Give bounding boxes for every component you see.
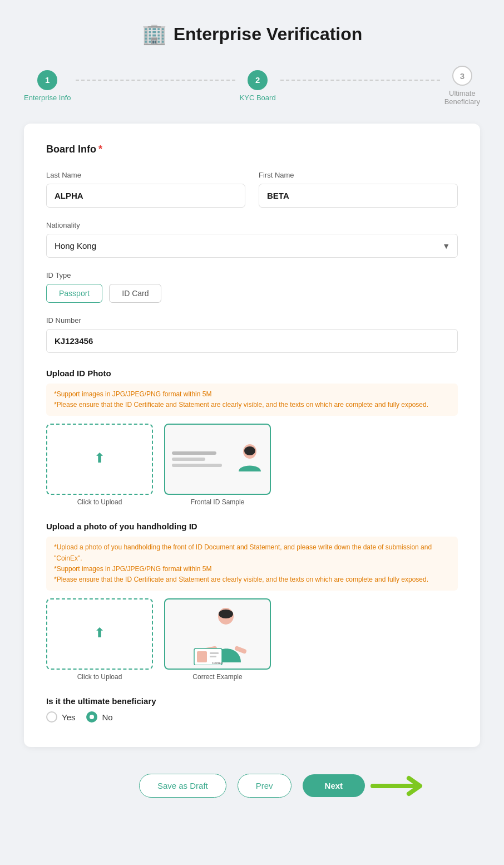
step-circle-1: 1	[37, 70, 57, 90]
beneficiary-no[interactable]: No	[86, 711, 112, 723]
no-radio-circle[interactable]	[86, 711, 97, 723]
holding-id-sample: CoinEx 2020/02/02	[164, 598, 271, 670]
upload-icon: ⬆	[94, 450, 105, 466]
step-label-1: Enterprise Info	[24, 94, 71, 102]
last-name-group: Last Name	[46, 171, 245, 208]
id-type-label: ID Type	[46, 271, 458, 279]
no-label: No	[102, 712, 112, 722]
footer-buttons: Save as Draft Prev Next	[139, 774, 365, 809]
upload-id-notice-line2: *Please ensure that the ID Certificate a…	[54, 400, 450, 410]
first-name-input[interactable]	[259, 184, 458, 208]
id-card-button[interactable]: ID Card	[109, 284, 161, 303]
page-header: 🏢 Enterprise Verification	[142, 22, 363, 46]
id-line-3	[172, 464, 222, 467]
upload-id-title: Upload ID Photo	[46, 368, 458, 378]
nationality-select[interactable]: Hong Kong China United States	[46, 234, 458, 258]
click-to-upload-holding-label: Click to Upload	[46, 673, 153, 681]
upload-holding-section: Upload a photo of you handholding ID *Up…	[46, 522, 458, 681]
save-draft-button[interactable]: Save as Draft	[139, 774, 226, 798]
nationality-select-wrapper: Hong Kong China United States ▼	[46, 234, 458, 258]
holding-sample-wrapper: CoinEx 2020/02/02 Correct Example	[164, 598, 271, 681]
step-line-1	[76, 80, 235, 81]
id-line-1	[172, 451, 216, 455]
first-name-label: First Name	[259, 171, 458, 179]
passport-button[interactable]: Passport	[46, 284, 102, 303]
name-row: Last Name First Name	[46, 171, 458, 208]
last-name-label: Last Name	[46, 171, 245, 179]
upload-holding-notice: *Upload a photo of you handholding the f…	[46, 537, 458, 591]
last-name-input[interactable]	[46, 184, 245, 208]
stepper: 1 Enterprise Info 2 KYC Board 3 Ultimate…	[24, 66, 480, 106]
main-card: Board Info* Last Name First Name Nationa…	[24, 124, 480, 747]
frontal-avatar	[236, 443, 263, 476]
svg-text:CoinEx: CoinEx	[212, 661, 223, 665]
beneficiary-section: Is it the ultimate beneficiary Yes No	[46, 696, 458, 723]
holding-sample-illustration: CoinEx 2020/02/02	[165, 599, 270, 669]
id-lines	[172, 431, 222, 487]
svg-rect-5	[197, 651, 207, 662]
step-label-2: KYC Board	[240, 94, 276, 102]
upload-holding-notice-3: *Please ensure that the ID Certificate a…	[54, 574, 450, 585]
beneficiary-title: Is it the ultimate beneficiary	[46, 696, 458, 706]
frontal-id-sample	[164, 424, 271, 495]
beneficiary-yes[interactable]: Yes	[46, 711, 75, 723]
nationality-group: Nationality Hong Kong China United State…	[46, 221, 458, 258]
upload-id-box[interactable]: ⬆	[46, 424, 153, 495]
upload-holding-title: Upload a photo of you handholding ID	[46, 522, 458, 531]
upload-holding-notice-1: *Upload a photo of you handholding the f…	[54, 542, 450, 563]
yes-radio-circle[interactable]	[46, 711, 57, 723]
svg-rect-6	[210, 652, 219, 654]
id-type-group: ID Type Passport ID Card	[46, 271, 458, 303]
upload-holding-icon: ⬆	[94, 625, 105, 641]
frontal-sample-label: Frontal ID Sample	[164, 498, 271, 506]
click-to-upload-label: Click to Upload	[46, 498, 153, 506]
beneficiary-radio-group: Yes No	[46, 711, 458, 723]
id-line-2	[172, 458, 205, 461]
upload-id-notice: *Support images in JPG/JPEG/PNG format w…	[46, 384, 458, 416]
holding-sample-label: Correct Example	[164, 673, 271, 681]
upload-holding-notice-2: *Support images in JPG/JPEG/PNG format w…	[54, 564, 450, 574]
step-circle-3: 3	[452, 66, 472, 86]
next-button[interactable]: Next	[303, 774, 365, 797]
nationality-label: Nationality	[46, 221, 458, 229]
svg-point-1	[244, 446, 255, 455]
step-line-2	[280, 80, 440, 81]
frontal-sample-wrapper: Frontal ID Sample	[164, 424, 271, 506]
section-title: Board Info*	[46, 144, 458, 155]
step-circle-2: 2	[248, 70, 268, 90]
prev-button[interactable]: Prev	[238, 774, 291, 798]
yes-label: Yes	[62, 712, 75, 722]
upload-id-box-wrapper: ⬆ Click to Upload	[46, 424, 153, 506]
frontal-sample-illustration	[165, 425, 270, 494]
svg-rect-7	[210, 656, 216, 657]
step-enterprise-info: 1 Enterprise Info	[24, 70, 71, 102]
upload-holding-box-wrapper: ⬆ Click to Upload	[46, 598, 153, 681]
upload-id-notice-line1: *Support images in JPG/JPEG/PNG format w…	[54, 389, 450, 400]
required-star: *	[98, 144, 102, 155]
first-name-group: First Name	[259, 171, 458, 208]
upload-holding-row: ⬆ Click to Upload	[46, 598, 458, 681]
id-number-input[interactable]	[46, 329, 458, 353]
arrow-decoration	[367, 774, 428, 798]
upload-holding-box[interactable]: ⬆	[46, 598, 153, 670]
id-number-group: ID Number	[46, 316, 458, 353]
svg-point-3	[219, 610, 233, 618]
step-label-3: Ultimate Beneficiary	[444, 89, 480, 106]
next-button-wrapper: Next	[303, 774, 365, 797]
page-title: Enterprise Verification	[174, 24, 363, 45]
upload-id-row: ⬆ Click to Upload	[46, 424, 458, 506]
building-icon: 🏢	[142, 22, 167, 46]
upload-id-section: Upload ID Photo *Support images in JPG/J…	[46, 368, 458, 506]
id-number-label: ID Number	[46, 316, 458, 325]
id-type-options: Passport ID Card	[46, 284, 458, 303]
step-kyc-board: 2 KYC Board	[240, 70, 276, 102]
step-beneficiary: 3 Ultimate Beneficiary	[444, 66, 480, 106]
